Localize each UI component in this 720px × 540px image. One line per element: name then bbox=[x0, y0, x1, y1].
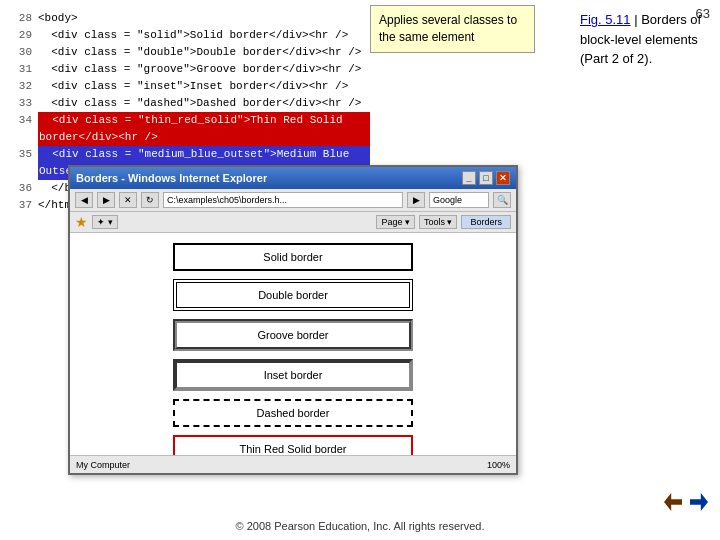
code-text: <div class = "double">Double border</div… bbox=[38, 44, 361, 61]
copyright-text: © 2008 Pearson Education, Inc. All right… bbox=[235, 520, 484, 532]
tools-button[interactable]: Tools ▾ bbox=[419, 215, 458, 229]
code-text: <div class = "solid">Solid border</div><… bbox=[38, 27, 348, 44]
window-controls: _ □ ✕ bbox=[462, 171, 510, 185]
callout-text: Applies several classes to the same elem… bbox=[379, 13, 517, 44]
address-text: C:\examples\ch05\borders.h... bbox=[167, 195, 287, 205]
code-line-34: 34 <div class = "thin_red_solid">Thin Re… bbox=[10, 112, 370, 146]
line-num: 35 bbox=[10, 146, 32, 163]
callout-box: Applies several classes to the same elem… bbox=[370, 5, 535, 53]
dashed-border-box: Dashed border bbox=[173, 399, 413, 427]
go-button[interactable]: ▶ bbox=[407, 192, 425, 208]
arrow-left-icon bbox=[664, 493, 682, 511]
double-border-box: Double border bbox=[173, 279, 413, 311]
search-text: Google bbox=[433, 195, 462, 205]
prev-arrow[interactable] bbox=[662, 492, 684, 512]
line-num: 36 bbox=[10, 180, 32, 197]
search-button[interactable]: 🔍 bbox=[493, 192, 511, 208]
next-arrow[interactable] bbox=[688, 492, 710, 512]
minimize-button[interactable]: _ bbox=[462, 171, 476, 185]
line-num: 37 bbox=[10, 197, 32, 214]
line-num: 34 bbox=[10, 112, 32, 129]
status-text: My Computer bbox=[76, 460, 130, 470]
line-num: 29 bbox=[10, 27, 32, 44]
line-num: 33 bbox=[10, 95, 32, 112]
refresh-button[interactable]: ↻ bbox=[141, 192, 159, 208]
back-button[interactable]: ◀ bbox=[75, 192, 93, 208]
search-box[interactable]: Google bbox=[429, 192, 489, 208]
code-text-red: <div class = "thin_red_solid">Thin Red S… bbox=[38, 112, 370, 146]
browser-statusbar: My Computer 100% bbox=[70, 455, 516, 473]
page-button[interactable]: Page ▾ bbox=[376, 215, 415, 229]
code-text: <body> bbox=[38, 10, 78, 27]
inset-border-box: Inset border bbox=[173, 359, 413, 391]
add-favorites-button[interactable]: ✦ ▾ bbox=[92, 215, 118, 229]
code-line-31: 31 <div class = "groove">Groove border</… bbox=[10, 61, 370, 78]
footer: © 2008 Pearson Education, Inc. All right… bbox=[0, 520, 720, 532]
favorites-icon: ★ bbox=[75, 214, 88, 230]
line-num: 28 bbox=[10, 10, 32, 27]
close-button[interactable]: ✕ bbox=[496, 171, 510, 185]
groove-border-box: Groove border bbox=[173, 319, 413, 351]
code-line-33: 33 <div class = "dashed">Dashed border</… bbox=[10, 95, 370, 112]
line-num: 31 bbox=[10, 61, 32, 78]
solid-border-box: Solid border bbox=[173, 243, 413, 271]
code-line-29: 29 <div class = "solid">Solid border</di… bbox=[10, 27, 370, 44]
browser-window: Borders - Windows Internet Explorer _ □ … bbox=[68, 165, 518, 475]
zoom-level: 100% bbox=[487, 460, 510, 470]
browser-content: Solid border Double border Groove border… bbox=[70, 233, 516, 464]
code-text: <div class = "groove">Groove border</div… bbox=[38, 61, 361, 78]
code-line-30: 30 <div class = "double">Double border</… bbox=[10, 44, 370, 61]
stop-button[interactable]: ✕ bbox=[119, 192, 137, 208]
line-num: 32 bbox=[10, 78, 32, 95]
maximize-button[interactable]: □ bbox=[479, 171, 493, 185]
code-line-28: 28 <body> bbox=[10, 10, 370, 27]
code-text: <div class = "inset">Inset border</div><… bbox=[38, 78, 348, 95]
code-text: <div class = "dashed">Dashed border</div… bbox=[38, 95, 361, 112]
browser-titlebar: Borders - Windows Internet Explorer _ □ … bbox=[70, 167, 516, 189]
code-line-32: 32 <div class = "inset">Inset border</di… bbox=[10, 78, 370, 95]
browser-tab[interactable]: Borders bbox=[461, 215, 511, 229]
line-num: 30 bbox=[10, 44, 32, 61]
fig-caption: Fig. 5.11 | Borders of block-level eleme… bbox=[580, 10, 710, 69]
tab-label: Borders bbox=[470, 217, 502, 227]
fig-link[interactable]: Fig. 5.11 bbox=[580, 12, 631, 27]
nav-arrows bbox=[662, 492, 710, 512]
address-bar[interactable]: C:\examples\ch05\borders.h... bbox=[163, 192, 403, 208]
browser-address-toolbar: ◀ ▶ ✕ ↻ C:\examples\ch05\borders.h... ▶ … bbox=[70, 189, 516, 212]
forward-button[interactable]: ▶ bbox=[97, 192, 115, 208]
browser-title: Borders - Windows Internet Explorer bbox=[76, 172, 267, 184]
browser-favorites-toolbar: ★ ✦ ▾ Page ▾ Tools ▾ Borders bbox=[70, 212, 516, 233]
arrow-right-icon bbox=[690, 493, 708, 511]
